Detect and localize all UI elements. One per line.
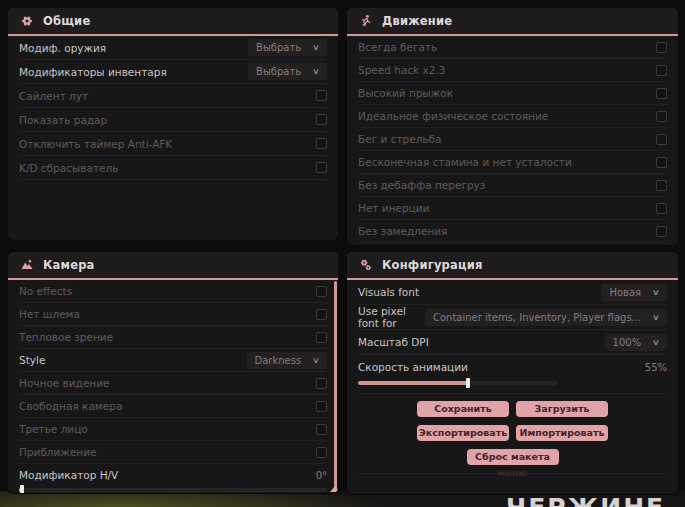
row-label: Свободная камера bbox=[19, 400, 122, 412]
camera-row-4: Ночное видение bbox=[19, 372, 327, 395]
camera-row-2: Тепловое зрение bbox=[19, 326, 327, 349]
row-label: K/D сбрасыватель bbox=[19, 162, 118, 174]
row-label: Speed hack x2.3 bbox=[358, 64, 445, 76]
camera-row-6: Третье лицо bbox=[19, 418, 327, 441]
row-checkbox[interactable] bbox=[656, 203, 667, 214]
scrollbar[interactable] bbox=[334, 281, 337, 490]
row-checkbox[interactable] bbox=[316, 162, 327, 173]
panel-movement: Движение Всегда бегатьSpeed hack x2.3Выс… bbox=[347, 8, 678, 245]
row-label: Сайлент лут bbox=[19, 90, 88, 102]
row-slider[interactable] bbox=[19, 488, 327, 492]
row-label: Бег и стрельба bbox=[358, 133, 442, 145]
slider-thumb[interactable] bbox=[466, 378, 470, 388]
row-label: Модификаторы инвентаря bbox=[19, 66, 167, 78]
row-checkbox[interactable] bbox=[316, 447, 327, 458]
row-checkbox[interactable] bbox=[316, 424, 327, 435]
row-label: Третье лицо bbox=[19, 423, 88, 435]
row-select[interactable]: Выбрать∨ bbox=[248, 39, 327, 56]
row-checkbox[interactable] bbox=[316, 138, 327, 149]
gear-icon bbox=[20, 14, 34, 28]
row-checkbox[interactable] bbox=[656, 157, 667, 168]
panel-title: Общие bbox=[43, 14, 90, 28]
general-row-1: Модификаторы инвентаряВыбрать∨ bbox=[19, 60, 327, 84]
row-checkbox[interactable] bbox=[656, 88, 667, 99]
row-checkbox[interactable] bbox=[656, 134, 667, 145]
row-select[interactable]: Container items, Inventory, Player flags… bbox=[425, 309, 667, 326]
config-row-2: Масштаб DPI100%∨ bbox=[358, 330, 667, 355]
panel-config-header: Конфигурация bbox=[347, 252, 678, 280]
movement-row-2: Высокий прыжок bbox=[358, 82, 667, 105]
scroll-arrow-icon[interactable] bbox=[330, 486, 338, 492]
row-label: Без дебаффа перегруз bbox=[358, 179, 485, 191]
row-label: Идеальное физическое состояние bbox=[358, 110, 548, 122]
row-checkbox[interactable] bbox=[316, 114, 327, 125]
panel-general: Общие Модиф. оружияВыбрать∨Модификаторы … bbox=[8, 8, 338, 240]
row-label: No effects bbox=[19, 285, 72, 297]
panel-title: Движение bbox=[382, 14, 452, 28]
row-checkbox[interactable] bbox=[316, 332, 327, 343]
row-checkbox[interactable] bbox=[656, 226, 667, 237]
config-row-1: Use pixel font forContainer items, Inven… bbox=[358, 305, 667, 330]
row-checkbox[interactable] bbox=[316, 309, 327, 320]
movement-row-1: Speed hack x2.3 bbox=[358, 59, 667, 82]
row-select[interactable]: Новая∨ bbox=[601, 284, 667, 301]
camera-row-1: Нет шлема bbox=[19, 303, 327, 326]
row-label: Нет инерции bbox=[358, 202, 429, 214]
panel-movement-header: Движение bbox=[347, 8, 678, 36]
row-label: Отключить таймер Anti-AFK bbox=[19, 138, 172, 150]
chevron-down-icon: ∨ bbox=[312, 356, 320, 365]
row-label: Style bbox=[19, 354, 45, 366]
row-label: Высокий прыжок bbox=[358, 87, 453, 99]
row-slider[interactable] bbox=[358, 381, 558, 385]
row-checkbox[interactable] bbox=[656, 65, 667, 76]
export-button[interactable]: Экспортировать bbox=[417, 425, 509, 441]
row-label: Модификатор H/V bbox=[19, 469, 118, 481]
row-checkbox[interactable] bbox=[656, 180, 667, 191]
image-icon bbox=[20, 258, 34, 272]
config-row-0: Visuals fontНовая∨ bbox=[358, 280, 667, 305]
row-checkbox[interactable] bbox=[316, 401, 327, 412]
row-label: Модиф. оружия bbox=[19, 42, 106, 54]
slider-value: 55% bbox=[645, 362, 667, 373]
movement-row-5: Бесконечная стамина и нет усталости bbox=[358, 151, 667, 174]
row-label: Приближение bbox=[19, 446, 96, 458]
select-value: Выбрать bbox=[256, 66, 301, 77]
movement-row-7: Нет инерции bbox=[358, 197, 667, 220]
row-label: Тепловое зрение bbox=[19, 331, 113, 343]
load-button[interactable]: Загрузить bbox=[516, 401, 608, 417]
row-select[interactable]: Выбрать∨ bbox=[248, 63, 327, 80]
select-value: Darkness bbox=[255, 355, 302, 366]
row-checkbox[interactable] bbox=[656, 42, 667, 53]
slider-thumb[interactable] bbox=[20, 485, 24, 493]
row-checkbox[interactable] bbox=[316, 90, 327, 101]
chevron-down-icon: ∨ bbox=[312, 43, 320, 52]
watermark-text: ЧЕРЖИНЕ bbox=[506, 493, 665, 507]
import-button[interactable]: Импортировать bbox=[516, 425, 608, 441]
row-checkbox[interactable] bbox=[316, 286, 327, 297]
panel-config: Конфигурация Visuals fontНовая∨Use pixel… bbox=[347, 252, 678, 494]
save-button[interactable]: Сохранить bbox=[417, 401, 509, 417]
row-checkbox[interactable] bbox=[656, 111, 667, 122]
select-value: 100% bbox=[613, 337, 642, 348]
camera-row-8: Модификатор H/V0° bbox=[19, 464, 327, 493]
row-checkbox[interactable] bbox=[316, 378, 327, 389]
select-value: Новая bbox=[609, 287, 641, 298]
row-select[interactable]: Darkness∨ bbox=[247, 352, 328, 369]
row-label: Всегда бегать bbox=[358, 41, 437, 53]
config-row-3: Скорость анимации55% bbox=[358, 355, 667, 394]
reset-menu-layout-button[interactable]: Сброс макета меню bbox=[467, 449, 559, 465]
row-select[interactable]: 100%∨ bbox=[605, 334, 667, 351]
row-label: Без замедления bbox=[358, 225, 447, 237]
camera-row-0: No effects bbox=[19, 280, 327, 303]
camera-row-5: Свободная камера bbox=[19, 395, 327, 418]
movement-row-4: Бег и стрельба bbox=[358, 128, 667, 151]
panel-title: Конфигурация bbox=[382, 258, 483, 272]
panel-camera: Камера No effectsНет шлемаТепловое зрени… bbox=[8, 252, 338, 493]
chevron-down-icon: ∨ bbox=[652, 338, 660, 347]
movement-row-3: Идеальное физическое состояние bbox=[358, 105, 667, 128]
chevron-down-icon: ∨ bbox=[312, 67, 320, 76]
movement-row-0: Всегда бегать bbox=[358, 36, 667, 59]
row-label: Use pixel font for bbox=[358, 305, 425, 329]
camera-row-7: Приближение bbox=[19, 441, 327, 464]
config-buttons: СохранитьЗагрузитьЭкспортироватьИмпортир… bbox=[358, 394, 667, 465]
